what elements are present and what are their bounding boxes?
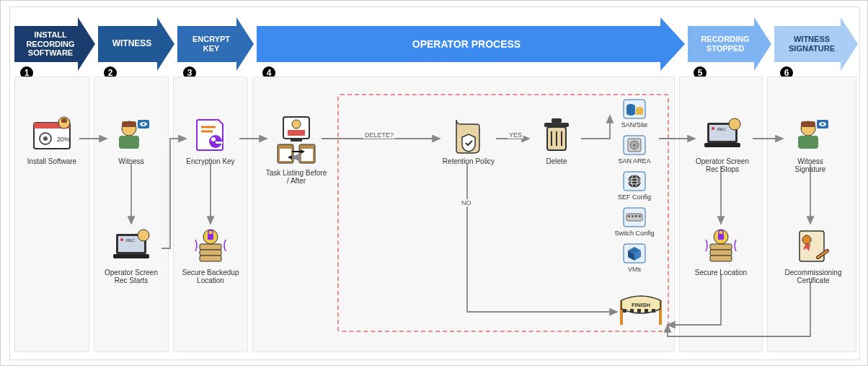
cube-icon [622, 243, 647, 264]
svg-rect-21 [113, 254, 149, 258]
laptop-rec-stop-icon: .REC [703, 116, 742, 154]
certificate-icon [794, 227, 833, 266]
svg-point-87 [712, 127, 714, 130]
harddrive-icon [622, 134, 647, 156]
node-san-area: SAN AREA [610, 134, 659, 165]
node-task-listing: Task Listing Before / After [264, 116, 329, 185]
svg-rect-37 [288, 130, 305, 136]
node-delete: Delete [528, 116, 585, 165]
svg-rect-86 [704, 143, 740, 147]
svg-point-100 [821, 123, 824, 126]
edge-label-delete: DELETE? [363, 131, 395, 139]
node-screen-rec-stops-label: Operator Screen Rec Stops [692, 157, 753, 173]
node-screen-rec-starts: .REC Operator Screen Rec Starts [102, 227, 160, 284]
node-screen-rec-stops: .REC Operator Screen Rec Stops [692, 116, 753, 173]
node-retention-policy: Retention Policy [440, 116, 497, 165]
node-switch-config-label: Switch Config [610, 230, 659, 237]
svg-rect-68 [628, 215, 630, 217]
svg-rect-79 [623, 309, 626, 313]
svg-point-89 [729, 118, 740, 130]
svg-rect-46 [544, 123, 569, 127]
database-icon [622, 98, 647, 120]
node-decom-cert-label: Decommissioning Certificate [781, 269, 845, 284]
node-switch-config: Switch Config [610, 206, 659, 237]
switch-icon [622, 206, 647, 228]
secure-backup-icon [191, 227, 230, 266]
diagram-canvas: INSTALL RECORDING SOFTWARE 1 WITNESS 2 E… [9, 6, 860, 360]
svg-rect-34 [208, 234, 213, 240]
node-san-site-label: SAN/Site [610, 121, 659, 128]
svg-rect-30 [200, 244, 221, 250]
node-sef-config-label: SEF Config [610, 193, 659, 201]
svg-rect-91 [710, 250, 732, 256]
svg-text:FINISH: FINISH [632, 302, 650, 308]
retention-policy-icon [449, 116, 488, 154]
node-vms: VMs [610, 243, 659, 273]
node-secure-location: Secure Location [692, 227, 750, 276]
edge-label-no: NO [460, 199, 473, 206]
svg-point-102 [802, 235, 811, 244]
svg-rect-32 [200, 256, 221, 261]
node-finish: FINISH [614, 295, 668, 328]
svg-rect-29 [216, 141, 223, 144]
witness-icon [112, 116, 151, 154]
finish-icon: FINISH [616, 295, 666, 325]
svg-point-36 [292, 120, 301, 128]
svg-rect-94 [718, 234, 724, 240]
svg-point-9 [43, 136, 48, 141]
svg-rect-69 [632, 215, 634, 217]
svg-point-18 [142, 123, 145, 126]
svg-point-54 [626, 111, 635, 116]
install-icon: 20% [32, 116, 71, 154]
svg-rect-71 [639, 215, 641, 217]
secure-location-icon [701, 227, 740, 266]
edge-label-yes: YES [508, 131, 523, 139]
node-sef-config: SEF Config [610, 170, 659, 201]
node-retention-policy-label: Retention Policy [440, 157, 497, 165]
svg-rect-92 [710, 256, 732, 261]
node-witness: Witness [102, 116, 160, 165]
svg-rect-14 [122, 121, 136, 127]
task-listing-icon [275, 116, 318, 166]
node-screen-rec-starts-label: Operator Screen Rec Starts [102, 269, 160, 284]
connectors [10, 7, 861, 361]
node-encryption-key-label: Encryption Key [182, 157, 239, 165]
node-delete-label: Delete [528, 157, 585, 165]
node-witness-signature-label: Witness Signature [781, 157, 839, 173]
svg-rect-81 [637, 309, 641, 313]
node-encryption-key: Encryption Key [182, 116, 239, 165]
svg-rect-56 [636, 109, 643, 115]
svg-point-24 [138, 230, 149, 241]
svg-text:.REC: .REC [716, 127, 727, 131]
svg-rect-96 [801, 121, 815, 127]
svg-rect-90 [710, 244, 732, 250]
node-witness-label: Witness [102, 157, 160, 165]
node-san-area-label: SAN AREA [610, 157, 659, 165]
svg-point-22 [120, 238, 123, 241]
node-san-site: SAN/Site [610, 98, 659, 128]
svg-text:.REC: .REC [125, 238, 136, 243]
svg-rect-38 [291, 139, 302, 141]
svg-rect-97 [798, 136, 818, 149]
svg-point-60 [634, 144, 636, 147]
svg-rect-15 [119, 136, 139, 149]
svg-rect-83 [652, 309, 655, 313]
witness-signature-icon [791, 116, 830, 154]
encryption-key-icon [191, 116, 230, 154]
globe-icon [622, 170, 647, 192]
svg-rect-80 [630, 309, 634, 313]
node-secure-backedup-label: Secure Backedup Location [182, 269, 239, 284]
node-vms-label: VMs [610, 266, 659, 273]
svg-rect-42 [301, 149, 313, 161]
svg-rect-31 [200, 250, 221, 256]
svg-point-28 [211, 137, 216, 141]
node-decom-cert: Decommissioning Certificate [781, 227, 845, 284]
node-witness-signature: Witness Signature [781, 116, 839, 173]
svg-rect-70 [635, 215, 637, 217]
svg-rect-47 [552, 118, 562, 123]
svg-rect-40 [280, 149, 291, 161]
node-task-listing-label: Task Listing Before / After [264, 169, 329, 185]
node-secure-backedup: Secure Backedup Location [182, 227, 239, 284]
node-secure-location-label: Secure Location [692, 269, 750, 276]
node-install-software-label: Install Software [23, 157, 81, 165]
